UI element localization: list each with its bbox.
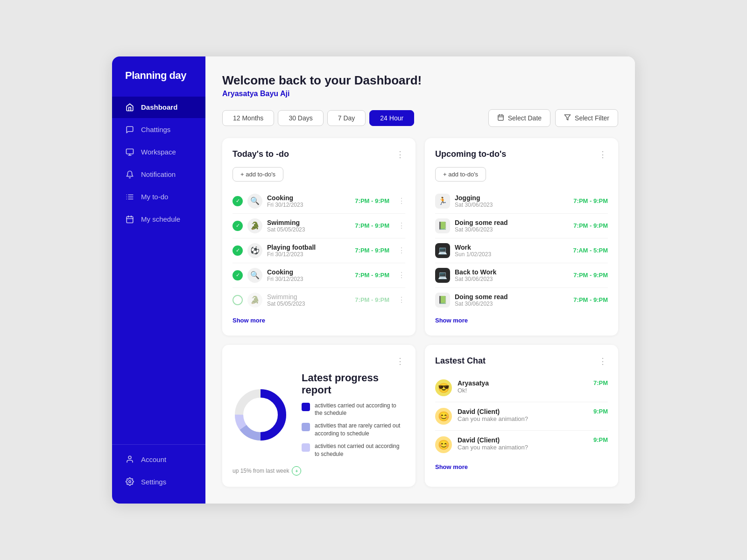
chat-more-icon[interactable]: ⋮: [599, 356, 608, 366]
todo-check-2[interactable]: [233, 221, 243, 231]
filter-icon: [564, 114, 571, 122]
chat-msg-2: Can you make animation?: [458, 415, 588, 422]
upcoming-item-3: 💻 Work Sun 1/02/2023 7:AM - 5:PM: [435, 238, 608, 263]
legend-color-2: [302, 423, 310, 431]
show-more-chat[interactable]: Show more: [435, 463, 468, 470]
calendar-icon: [125, 215, 134, 224]
upcoming-todo-card: Upcoming to-do's ⋮ + add to-do's 🏃 Joggi…: [425, 138, 618, 336]
upcoming-time-1: 7:PM - 9:PM: [573, 197, 608, 204]
upcoming-name-2: Doing some read: [455, 219, 569, 226]
todo-date-1: Fri 30/12/2023: [267, 202, 350, 208]
chat-name-3: David (Client): [458, 436, 588, 444]
donut-chart: [233, 387, 289, 443]
upcoming-emoji-1: 🏃: [435, 194, 450, 209]
chat-info-2: David (Client) Can you make animation?: [458, 408, 588, 422]
todo-time-2: 7:PM - 9:PM: [355, 222, 389, 229]
username-subtitle: Aryasatya Bayu Aji: [222, 90, 618, 98]
todo-dots-3[interactable]: ⋮: [398, 246, 405, 255]
chat-time-3: 9:PM: [593, 436, 608, 443]
upcoming-info-1: Jogging Sat 30/06/2023: [455, 194, 569, 208]
todo-item-4: 🔍 Cooking Fri 30/12/2023 7:PM - 9:PM ⋮: [233, 263, 405, 288]
sidebar-item-my-todo[interactable]: My to-do: [112, 186, 205, 208]
upcoming-todo-header: Upcoming to-do's ⋮: [435, 149, 608, 160]
progress-legend-area: Latest progress report activities carrie…: [302, 372, 405, 458]
svg-marker-19: [564, 114, 571, 119]
todo-dots-4[interactable]: ⋮: [398, 271, 405, 280]
todo-emoji-2: 🐊: [247, 218, 262, 233]
calendar-small-icon: [497, 114, 504, 122]
todo-date-2: Sat 05/05/2023: [267, 226, 350, 233]
legend-color-3: [302, 443, 310, 452]
tab-12months[interactable]: 12 Months: [222, 110, 274, 126]
tab-30days[interactable]: 30 Days: [278, 110, 323, 126]
sidebar-item-chattings[interactable]: Chattings: [112, 119, 205, 140]
home-icon: [125, 103, 134, 112]
upcoming-todo-title: Upcoming to-do's: [435, 149, 506, 159]
svg-rect-15: [498, 115, 503, 120]
bell-icon: [125, 170, 134, 179]
todo-check-1[interactable]: [233, 196, 243, 206]
todo-emoji-5: 🐊: [247, 293, 262, 308]
sidebar-item-my-schedule[interactable]: My schedule: [112, 209, 205, 230]
chat-icon: [125, 125, 134, 134]
select-filter-button[interactable]: Select Filter: [555, 109, 618, 127]
sidebar-label-my-schedule: My schedule: [141, 215, 180, 223]
chat-time-1: 7:PM: [593, 379, 608, 386]
sidebar-item-account[interactable]: Account: [112, 448, 205, 470]
todo-info-1: Cooking Fri 30/12/2023: [267, 194, 350, 208]
todo-info-3: Playing football Fri 30/12/2023: [267, 244, 350, 258]
sidebar-item-workspace[interactable]: Workspace: [112, 141, 205, 163]
show-more-todos[interactable]: Show more: [233, 317, 265, 324]
chat-card: Lastest Chat ⋮ 😎 Aryasatya Ok! 7:PM 😊 Da…: [425, 345, 618, 487]
todays-todo-more-icon[interactable]: ⋮: [396, 149, 405, 160]
sidebar-label-dashboard: Dashboard: [141, 103, 177, 111]
add-todo-button[interactable]: + add to-do's: [233, 167, 283, 182]
upcoming-item-5: 📗 Doing some read Sat 30/06/2023 7:PM - …: [435, 288, 608, 312]
todo-check-4[interactable]: [233, 270, 243, 280]
todo-check-5[interactable]: [233, 295, 243, 305]
add-upcoming-todo-button[interactable]: + add to-do's: [435, 167, 486, 182]
upcoming-emoji-2: 📗: [435, 218, 450, 233]
sidebar-item-dashboard[interactable]: Dashboard: [112, 97, 205, 118]
show-more-upcoming[interactable]: Show more: [435, 317, 468, 324]
select-date-button[interactable]: Select Date: [488, 109, 550, 127]
toolbar: 12 Months 30 Days 7 Day 24 Hour Select D…: [222, 109, 618, 127]
progress-up-badge[interactable]: +: [292, 466, 301, 476]
tab-7day[interactable]: 7 Day: [327, 110, 366, 126]
todo-item-2: 🐊 Swimming Sat 05/05/2023 7:PM - 9:PM ⋮: [233, 214, 405, 238]
upcoming-name-1: Jogging: [455, 194, 569, 202]
upcoming-item-4: 💻 Back to Work Sat 30/06/2023 7:PM - 9:P…: [435, 263, 608, 288]
upcoming-date-1: Sat 30/06/2023: [455, 202, 569, 208]
sidebar-bottom: Account Settings: [112, 444, 205, 492]
upcoming-date-2: Sat 30/06/2023: [455, 226, 569, 233]
sidebar-item-notification[interactable]: Notification: [112, 164, 205, 185]
todo-date-5: Sat 05/05/2023: [267, 301, 350, 307]
todo-check-3[interactable]: [233, 245, 243, 256]
todo-dots-5[interactable]: ⋮: [398, 295, 405, 304]
settings-icon: [125, 477, 134, 486]
chat-msg-1: Ok!: [458, 387, 588, 394]
chat-item-1: 😎 Aryasatya Ok! 7:PM: [435, 374, 608, 402]
upcoming-name-3: Work: [455, 244, 569, 251]
todo-emoji-4: 🔍: [247, 268, 262, 283]
progress-more-icon[interactable]: ⋮: [396, 356, 405, 366]
todo-info-5: Swimming Sat 05/05/2023: [267, 293, 350, 307]
tab-24hour[interactable]: 24 Hour: [369, 110, 414, 126]
todo-date-3: Fri 30/12/2023: [267, 251, 350, 258]
upcoming-item-2: 📗 Doing some read Sat 30/06/2023 7:PM - …: [435, 214, 608, 238]
todo-dots-1[interactable]: ⋮: [398, 196, 405, 205]
todo-time-3: 7:PM - 9:PM: [355, 247, 389, 254]
upcoming-time-5: 7:PM - 9:PM: [573, 296, 608, 303]
todo-dots-2[interactable]: ⋮: [398, 221, 405, 230]
sidebar-label-workspace: Workspace: [141, 148, 176, 156]
upcoming-emoji-3: 💻: [435, 243, 450, 258]
upcoming-name-4: Back to Work: [455, 268, 569, 276]
account-icon: [125, 455, 134, 464]
upcoming-todo-more-icon[interactable]: ⋮: [599, 149, 608, 160]
legend-text-3: activities not carried out according to …: [315, 442, 405, 458]
chat-avatar-2: 😊: [435, 408, 452, 425]
sidebar-label-settings: Settings: [141, 478, 166, 486]
chat-name-2: David (Client): [458, 408, 588, 415]
chat-title: Lastest Chat: [435, 356, 486, 366]
sidebar-item-settings[interactable]: Settings: [112, 471, 205, 492]
